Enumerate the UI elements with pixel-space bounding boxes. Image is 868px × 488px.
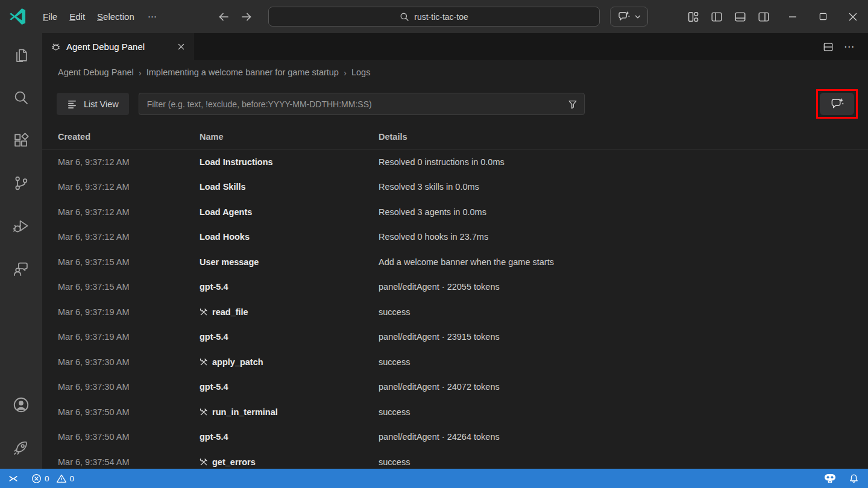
vscode-window: FileEditSelection ⋯ rust-tic-tac-toe: [0, 0, 868, 488]
minimize-button[interactable]: [778, 0, 808, 33]
column-created: Created: [58, 132, 200, 142]
search-icon: [400, 12, 409, 22]
log-details: success: [379, 357, 868, 367]
vscode-logo-icon: [10, 8, 26, 25]
menu-item[interactable]: Selection: [91, 8, 140, 25]
source-control-icon[interactable]: [0, 161, 42, 204]
log-name: Load Instructions: [200, 157, 379, 167]
filter-input-container: [139, 93, 585, 115]
error-icon: [31, 474, 42, 484]
log-created: Mar 6, 9:37:30 AM: [58, 357, 200, 367]
title-bar: FileEditSelection ⋯ rust-tic-tac-toe: [0, 0, 868, 33]
log-name: gpt-5.4: [200, 382, 379, 392]
log-created: Mar 6, 9:37:30 AM: [58, 382, 200, 392]
log-details: success: [379, 307, 868, 317]
editor-more-actions-button[interactable]: ⋯: [844, 40, 855, 53]
menu-item[interactable]: File: [37, 8, 63, 25]
chevron-down-icon: [634, 13, 641, 20]
menu-item[interactable]: Edit: [63, 8, 91, 25]
log-details: Add a welcome banner when the game start…: [379, 257, 868, 267]
breadcrumb-item[interactable]: Logs: [351, 67, 370, 77]
back-button[interactable]: [217, 10, 230, 23]
log-row[interactable]: Mar 6, 9:37:15 AM User message Add a wel…: [42, 249, 868, 275]
tab-agent-debug-panel[interactable]: Agent Debug Panel: [42, 33, 194, 60]
run-debug-icon[interactable]: [0, 204, 42, 247]
warning-icon: [56, 474, 67, 484]
copilot-status-icon[interactable]: [823, 472, 837, 485]
extensions-icon[interactable]: [0, 119, 42, 161]
log-name: get_errors: [200, 457, 379, 467]
close-window-button[interactable]: [838, 0, 868, 33]
log-name: run_in_terminal: [200, 407, 379, 417]
log-created: Mar 6, 9:37:19 AM: [58, 307, 200, 317]
log-details: success: [379, 457, 868, 467]
log-created: Mar 6, 9:37:12 AM: [58, 182, 200, 192]
tab-title: Agent Debug Panel: [66, 42, 169, 52]
titlebar-copilot-button[interactable]: [610, 7, 648, 27]
log-details: panel/editAgent · 23915 tokens: [379, 332, 868, 342]
remote-indicator[interactable]: [0, 469, 27, 488]
breadcrumb: Agent Debug Panel › Implementing a welco…: [42, 60, 868, 84]
log-row[interactable]: Mar 6, 9:37:19 AM: [42, 299, 868, 325]
log-row[interactable]: Mar 6, 9:37:30 AM: [42, 349, 868, 375]
copilot-chat-sparkle-icon: [830, 97, 844, 111]
search-view-icon[interactable]: [0, 76, 42, 119]
filter-funnel-icon[interactable]: [567, 99, 578, 110]
split-editor-icon[interactable]: [822, 41, 834, 53]
log-name: Load Hooks: [200, 232, 379, 242]
breadcrumb-item[interactable]: Agent Debug Panel ›: [58, 67, 146, 78]
copilot-chat-button[interactable]: [820, 93, 854, 115]
bug-icon: [51, 42, 61, 52]
copilot-chat-icon: [617, 10, 630, 23]
log-row[interactable]: Mar 6, 9:37:54 AM: [42, 449, 868, 469]
log-created: Mar 6, 9:37:50 AM: [58, 407, 200, 417]
log-details: Resolved 3 skills in 0.0ms: [379, 182, 868, 192]
log-row[interactable]: Mar 6, 9:37:50 AM: [42, 399, 868, 425]
breadcrumb-item[interactable]: Implementing a welcome banner for game s…: [146, 67, 351, 78]
forward-button[interactable]: [240, 10, 253, 23]
command-center-text: rust-tic-tac-toe: [414, 12, 468, 22]
log-details: panel/editAgent · 22055 tokens: [379, 282, 868, 292]
explorer-icon[interactable]: [0, 33, 42, 76]
toggle-secondary-sidebar-icon[interactable]: [757, 10, 770, 23]
chat-view-icon[interactable]: [0, 247, 42, 290]
log-details: Resolved 3 agents in 0.0ms: [379, 207, 868, 217]
log-toolbar: List View: [42, 84, 868, 124]
column-name: Name: [200, 132, 379, 142]
tab-bar: Agent Debug Panel ⋯: [42, 33, 868, 60]
rocket-icon[interactable]: [0, 426, 42, 469]
log-row[interactable]: Mar 6, 9:37:12 AM Load Instructions Reso…: [42, 149, 868, 175]
log-created: Mar 6, 9:37:54 AM: [58, 457, 200, 467]
notifications-bell-icon[interactable]: [849, 473, 859, 484]
log-row[interactable]: Mar 6, 9:37:30 AM gpt-5.4 panel/editAgen…: [42, 375, 868, 400]
log-created: Mar 6, 9:37:12 AM: [58, 232, 200, 242]
log-row[interactable]: Mar 6, 9:37:12 AM Load Skills Resolved 3…: [42, 175, 868, 200]
log-row[interactable]: Mar 6, 9:37:50 AM gpt-5.4 panel/editAgen…: [42, 425, 868, 450]
problems-status[interactable]: 0 0: [27, 469, 83, 488]
customize-layout-icon[interactable]: [687, 10, 700, 23]
menu-overflow-button[interactable]: ⋯: [140, 8, 165, 25]
log-row[interactable]: Mar 6, 9:37:12 AM Load Hooks Resolved 0 …: [42, 225, 868, 250]
log-created: Mar 6, 9:37:15 AM: [58, 257, 200, 267]
toggle-panel-icon[interactable]: [734, 10, 747, 23]
log-details: panel/editAgent · 24264 tokens: [379, 432, 868, 442]
maximize-button[interactable]: [808, 0, 838, 33]
log-created: Mar 6, 9:37:12 AM: [58, 157, 200, 167]
log-name: Load Skills: [200, 182, 379, 192]
toggle-primary-sidebar-icon[interactable]: [710, 10, 723, 23]
account-icon[interactable]: [0, 383, 42, 426]
log-name: gpt-5.4: [200, 282, 379, 292]
log-row[interactable]: Mar 6, 9:37:12 AM Load Agents Resolved 3…: [42, 199, 868, 225]
column-details: Details: [379, 132, 868, 142]
log-row[interactable]: Mar 6, 9:37:15 AM gpt-5.4 panel/editAgen…: [42, 275, 868, 300]
log-row[interactable]: Mar 6, 9:37:19 AM gpt-5.4 panel/editAgen…: [42, 325, 868, 350]
log-details: panel/editAgent · 24072 tokens: [379, 382, 868, 392]
log-table-body: Mar 6, 9:37:12 AM Load Instructions Reso…: [42, 149, 868, 469]
tab-close-icon[interactable]: [175, 41, 187, 53]
list-view-button[interactable]: List View: [57, 93, 129, 115]
filter-input[interactable]: [139, 99, 584, 109]
log-table: Created Name Details Mar 6, 9:37:12 AM L…: [42, 124, 868, 469]
command-center-search[interactable]: rust-tic-tac-toe: [268, 7, 600, 27]
list-icon: [67, 99, 77, 109]
log-created: Mar 6, 9:37:12 AM: [58, 207, 200, 217]
